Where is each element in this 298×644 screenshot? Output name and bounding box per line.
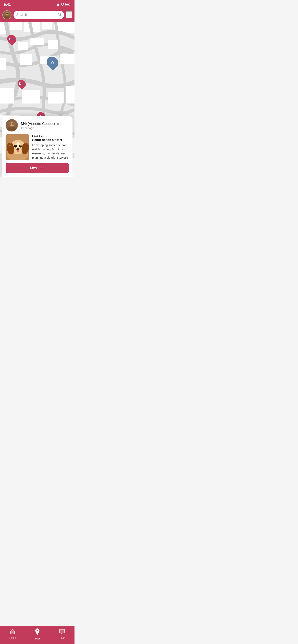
svg-point-13 [6, 14, 8, 15]
status-icons [56, 3, 71, 6]
post-date: FEB 1-2 [32, 134, 69, 138]
signal-icon [56, 3, 59, 6]
map-pin-2[interactable]: D 🐾 [18, 80, 26, 88]
dog-photo [6, 134, 29, 160]
svg-rect-18 [10, 22, 22, 30]
svg-rect-24 [48, 40, 58, 49]
card-body: FEB 1-2 Scout needs a sitter I am hoping… [6, 134, 69, 160]
card-time: 1 hour ago [21, 126, 69, 130]
search-icon [58, 13, 61, 17]
svg-point-47 [11, 124, 12, 124]
status-time: 9:41 [4, 3, 11, 7]
wifi-icon [61, 3, 64, 6]
svg-point-12 [7, 14, 8, 14]
svg-rect-25 [0, 58, 6, 70]
svg-point-60 [20, 145, 21, 146]
svg-point-58 [19, 145, 22, 148]
search-placeholder: Search [16, 13, 56, 17]
card-name: Me (Annette Cooper) 0 mi [21, 121, 69, 126]
svg-rect-20 [42, 22, 52, 29]
svg-rect-31 [48, 92, 64, 104]
card-header: Me (Annette Cooper) 0 mi 1 hour ago [6, 119, 69, 132]
svg-point-62 [10, 155, 17, 160]
post-more-link[interactable]: More [61, 156, 68, 159]
svg-point-48 [12, 124, 13, 124]
svg-point-49 [11, 124, 13, 126]
search-bar[interactable]: Search [14, 11, 64, 19]
svg-point-59 [16, 145, 16, 146]
message-button[interactable]: Message [6, 163, 69, 173]
post-content: FEB 1-2 Scout needs a sitter I am hoping… [32, 134, 69, 160]
map-pin-home[interactable]: ⌂ [47, 56, 58, 68]
svg-rect-22 [18, 42, 28, 50]
card-avatar [6, 119, 18, 132]
user-avatar[interactable] [3, 10, 12, 20]
battery-icon [65, 3, 71, 6]
svg-point-11 [6, 14, 7, 14]
svg-rect-3 [58, 4, 59, 6]
svg-rect-1 [57, 4, 57, 6]
svg-rect-26 [20, 54, 32, 65]
svg-rect-32 [66, 86, 75, 104]
post-text: I am hoping someone can watch my dog Sco… [32, 143, 69, 160]
svg-rect-2 [57, 4, 58, 6]
svg-rect-29 [0, 88, 14, 104]
map-pin-1[interactable]: D 🐾 [8, 34, 16, 44]
card-user-info: Me (Annette Cooper) 0 mi 1 hour ago [21, 121, 69, 130]
svg-rect-0 [56, 5, 56, 6]
svg-rect-30 [22, 90, 40, 104]
svg-point-64 [17, 150, 19, 152]
header: Search [0, 9, 75, 22]
post-title: Scout needs a sitter [32, 138, 69, 142]
svg-rect-28 [60, 54, 75, 64]
svg-rect-5 [66, 4, 69, 5]
map-container[interactable]: D 🐾 D 🐾 D 🐾 [0, 22, 75, 177]
compose-button[interactable] [66, 11, 72, 18]
info-card: Me (Annette Cooper) 0 mi 1 hour ago [2, 116, 73, 177]
svg-point-57 [14, 145, 17, 148]
status-bar: 9:41 [0, 0, 75, 9]
svg-rect-23 [30, 38, 44, 45]
